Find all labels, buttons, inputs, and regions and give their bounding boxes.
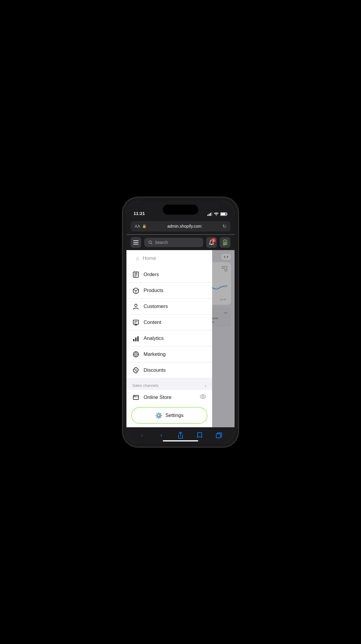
svg-rect-1 [209,214,210,216]
svg-rect-5 [227,213,227,215]
refresh-button[interactable]: ↻ [222,224,226,229]
hamburger-button[interactable] [131,237,141,248]
bookmarks-button[interactable] [194,429,206,441]
share-button[interactable] [175,429,186,441]
search-bar[interactable]: Search [144,238,203,247]
svg-point-17 [135,304,137,306]
online-store-icon [132,394,139,401]
menu-item-discounts[interactable]: Discounts [126,363,212,378]
svg-rect-31 [216,434,220,438]
status-icons [207,212,227,216]
search-placeholder: Search [155,240,168,245]
sales-channels-header[interactable]: Sales channels › [126,379,212,390]
svg-rect-7 [133,240,139,241]
svg-rect-6 [221,213,226,215]
menu-item-products[interactable]: Products [126,283,212,299]
sales-channels-chevron: › [205,383,206,388]
menu-item-customers[interactable]: Customers [126,299,212,314]
dynamic-island [163,205,198,215]
content-label: Content [144,319,161,325]
svg-rect-2 [210,213,211,216]
orders-label: Orders [144,272,159,278]
content-icon [132,319,139,326]
svg-point-26 [136,371,137,371]
share-icon [178,432,183,439]
online-store-label: Online Store [144,394,172,400]
url-bar[interactable]: AA 🔒 admin.shopify.com ↻ [131,221,230,231]
settings-gear-icon: ⚙️ [155,412,162,419]
nav-bar: Search 1 [126,235,235,250]
discounts-icon [132,367,139,374]
home-indicator [163,440,198,441]
svg-point-30 [202,396,204,397]
marketing-label: Marketing [144,351,166,357]
tabs-button[interactable] [213,429,225,441]
svg-rect-8 [133,242,139,243]
url-bar-area: AA 🔒 admin.shopify.com ↻ [126,218,235,234]
menu-items-section: Orders Products [126,267,212,404]
svg-rect-3 [212,212,212,216]
eye-icon[interactable] [200,394,206,400]
signal-icon [207,212,212,216]
svg-rect-9 [133,244,139,244]
menu-item-content[interactable]: Content [126,315,212,330]
svg-point-28 [134,396,135,396]
phone-screen: 11:21 [126,201,235,443]
search-icon [148,240,152,244]
home-icon: ⌂ [136,255,139,262]
settings-section: ⚙️ Settings [126,404,212,428]
hamburger-icon [133,240,139,244]
svg-rect-18 [133,320,139,324]
home-label: Home [143,255,156,261]
analytics-icon [132,335,139,342]
shopify-icon [222,239,228,245]
analytics-label: Analytics [144,335,164,341]
orders-icon [132,271,139,278]
bookmarks-icon [196,432,203,438]
discounts-label: Discounts [144,367,166,373]
sales-channels-label: Sales channels [132,383,158,388]
svg-rect-12 [224,242,226,244]
lock-icon: 🔒 [142,224,147,228]
svg-point-29 [135,396,136,396]
menu-item-marketing[interactable]: Marketing [126,347,212,362]
svg-rect-0 [207,215,208,216]
svg-rect-20 [135,338,136,341]
svg-rect-16 [135,271,137,273]
notification-button[interactable]: 1 [206,237,217,248]
marketing-icon [132,351,139,358]
slide-menu: ⌂ Home [126,248,212,428]
settings-label: Settings [165,413,183,418]
overlay-dim [212,248,235,428]
tabs-icon [216,432,222,438]
main-content: s ∨ tal sales F 372.70 ↗ 257% [126,248,235,428]
menu-item-orders[interactable]: Orders [126,267,212,283]
url-text: admin.shopify.com [148,224,221,229]
battery-icon [220,212,227,216]
customers-label: Customers [144,304,168,309]
aa-button[interactable]: AA [135,224,140,229]
menu-item-online-store[interactable]: Online Store [126,390,212,404]
products-icon [132,287,139,294]
shopify-button[interactable] [220,237,230,248]
settings-button[interactable]: ⚙️ Settings [131,407,207,424]
back-button[interactable]: ‹ [136,429,148,441]
products-label: Products [144,288,163,294]
menu-top-section: ⌂ Home [126,248,212,267]
menu-item-home[interactable]: ⌂ Home [131,252,207,265]
svg-line-11 [151,243,152,244]
phone-outer: 11:21 [123,198,238,447]
svg-rect-21 [137,336,139,341]
menu-item-analytics[interactable]: Analytics [126,331,212,346]
notification-badge: 1 [212,238,216,242]
forward-button[interactable]: › [155,429,167,441]
svg-point-24 [136,354,136,355]
wifi-icon [214,212,219,216]
customers-icon [132,303,139,310]
svg-rect-19 [133,339,134,341]
svg-point-25 [135,369,136,370]
